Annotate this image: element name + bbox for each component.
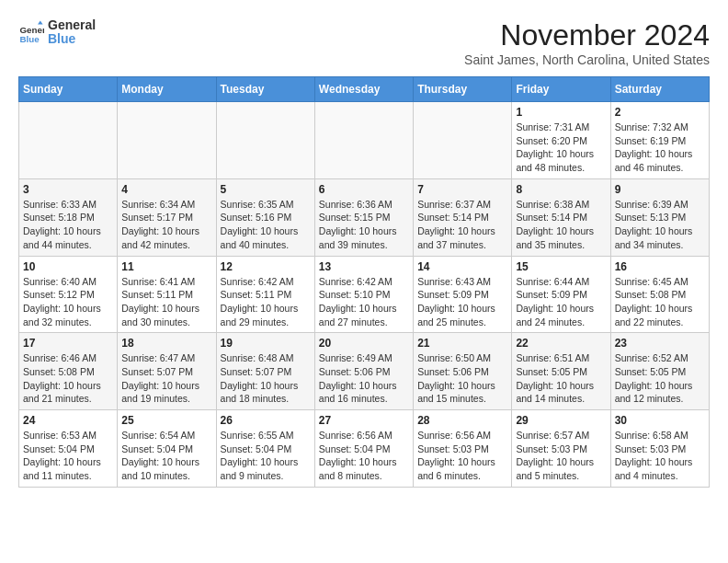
- day-info: Sunrise: 6:57 AM Sunset: 5:03 PM Dayligh…: [516, 429, 606, 483]
- calendar-cell: 25Sunrise: 6:54 AM Sunset: 5:04 PM Dayli…: [118, 410, 216, 488]
- day-info: Sunrise: 6:56 AM Sunset: 5:03 PM Dayligh…: [417, 429, 507, 483]
- day-number: 16: [615, 260, 705, 273]
- day-number: 4: [121, 183, 211, 196]
- weekday-header-thursday: Thursday: [414, 77, 512, 102]
- day-number: 29: [516, 414, 606, 427]
- day-info: Sunrise: 6:41 AM Sunset: 5:11 PM Dayligh…: [121, 275, 211, 329]
- weekday-header-row: SundayMondayTuesdayWednesdayThursdayFrid…: [19, 77, 710, 102]
- day-number: 28: [417, 414, 507, 427]
- day-info: Sunrise: 7:31 AM Sunset: 6:20 PM Dayligh…: [516, 121, 606, 175]
- day-number: 7: [417, 183, 507, 196]
- day-info: Sunrise: 6:46 AM Sunset: 5:08 PM Dayligh…: [23, 351, 113, 406]
- calendar-cell: [216, 102, 314, 179]
- weekday-header-monday: Monday: [118, 77, 216, 102]
- svg-marker-2: [38, 21, 43, 25]
- day-info: Sunrise: 6:52 AM Sunset: 5:05 PM Dayligh…: [615, 351, 705, 406]
- weekday-header-tuesday: Tuesday: [216, 77, 314, 102]
- calendar-cell: 15Sunrise: 6:44 AM Sunset: 5:09 PM Dayli…: [512, 256, 610, 333]
- weekday-header-sunday: Sunday: [19, 77, 118, 102]
- day-info: Sunrise: 6:36 AM Sunset: 5:15 PM Dayligh…: [319, 198, 409, 252]
- day-number: 17: [23, 337, 113, 350]
- calendar-cell: 11Sunrise: 6:41 AM Sunset: 5:11 PM Dayli…: [118, 256, 216, 333]
- calendar-cell: 18Sunrise: 6:47 AM Sunset: 5:07 PM Dayli…: [118, 333, 216, 410]
- calendar-row-0: 1Sunrise: 7:31 AM Sunset: 6:20 PM Daylig…: [19, 102, 710, 179]
- logo: General Blue General Blue: [18, 18, 96, 47]
- calendar-row-3: 17Sunrise: 6:46 AM Sunset: 5:08 PM Dayli…: [19, 333, 710, 410]
- calendar-cell: 16Sunrise: 6:45 AM Sunset: 5:08 PM Dayli…: [610, 256, 709, 333]
- day-number: 9: [615, 183, 705, 196]
- calendar-cell: 7Sunrise: 6:37 AM Sunset: 5:14 PM Daylig…: [414, 178, 512, 256]
- day-number: 1: [516, 106, 606, 119]
- calendar-table: SundayMondayTuesdayWednesdayThursdayFrid…: [18, 76, 710, 488]
- day-info: Sunrise: 6:48 AM Sunset: 5:07 PM Dayligh…: [221, 351, 311, 406]
- day-info: Sunrise: 6:34 AM Sunset: 5:17 PM Dayligh…: [121, 198, 211, 252]
- calendar-cell: 13Sunrise: 6:42 AM Sunset: 5:10 PM Dayli…: [314, 256, 413, 333]
- day-info: Sunrise: 6:40 AM Sunset: 5:12 PM Dayligh…: [23, 275, 113, 329]
- calendar-body: 1Sunrise: 7:31 AM Sunset: 6:20 PM Daylig…: [19, 102, 710, 488]
- calendar-row-1: 3Sunrise: 6:33 AM Sunset: 5:18 PM Daylig…: [19, 178, 710, 256]
- calendar-row-2: 10Sunrise: 6:40 AM Sunset: 5:12 PM Dayli…: [19, 256, 710, 333]
- calendar-cell: 6Sunrise: 6:36 AM Sunset: 5:15 PM Daylig…: [314, 178, 413, 256]
- calendar-cell: 4Sunrise: 6:34 AM Sunset: 5:17 PM Daylig…: [118, 178, 216, 256]
- calendar-cell: 2Sunrise: 7:32 AM Sunset: 6:19 PM Daylig…: [610, 102, 709, 179]
- day-info: Sunrise: 6:51 AM Sunset: 5:05 PM Dayligh…: [516, 351, 606, 406]
- day-number: 26: [221, 414, 311, 427]
- day-info: Sunrise: 6:42 AM Sunset: 5:11 PM Dayligh…: [221, 275, 311, 329]
- day-info: Sunrise: 6:58 AM Sunset: 5:03 PM Dayligh…: [615, 429, 705, 483]
- calendar-cell: 5Sunrise: 6:35 AM Sunset: 5:16 PM Daylig…: [216, 178, 314, 256]
- calendar-cell: 19Sunrise: 6:48 AM Sunset: 5:07 PM Dayli…: [216, 333, 314, 410]
- calendar-cell: 3Sunrise: 6:33 AM Sunset: 5:18 PM Daylig…: [19, 178, 118, 256]
- day-number: 11: [121, 260, 211, 273]
- page-header: General Blue General Blue November 2024 …: [18, 18, 710, 67]
- day-number: 13: [319, 260, 409, 273]
- day-number: 2: [615, 106, 705, 119]
- calendar-row-4: 24Sunrise: 6:53 AM Sunset: 5:04 PM Dayli…: [19, 410, 710, 488]
- day-number: 14: [417, 260, 507, 273]
- day-number: 22: [516, 337, 606, 350]
- day-number: 6: [319, 183, 409, 196]
- calendar-cell: 1Sunrise: 7:31 AM Sunset: 6:20 PM Daylig…: [512, 102, 610, 179]
- calendar-cell: 14Sunrise: 6:43 AM Sunset: 5:09 PM Dayli…: [414, 256, 512, 333]
- day-info: Sunrise: 6:54 AM Sunset: 5:04 PM Dayligh…: [121, 429, 211, 483]
- logo-text: General Blue: [48, 18, 96, 47]
- day-number: 25: [121, 414, 211, 427]
- calendar-cell: 27Sunrise: 6:56 AM Sunset: 5:04 PM Dayli…: [314, 410, 413, 488]
- title-area: November 2024 Saint James, North Carolin…: [464, 18, 710, 67]
- calendar-header: SundayMondayTuesdayWednesdayThursdayFrid…: [19, 77, 710, 102]
- day-info: Sunrise: 6:50 AM Sunset: 5:06 PM Dayligh…: [417, 351, 507, 406]
- day-info: Sunrise: 6:42 AM Sunset: 5:10 PM Dayligh…: [319, 275, 409, 329]
- calendar-cell: 21Sunrise: 6:50 AM Sunset: 5:06 PM Dayli…: [414, 333, 512, 410]
- day-number: 12: [221, 260, 311, 273]
- logo-general: General: [48, 18, 96, 32]
- weekday-header-wednesday: Wednesday: [314, 77, 413, 102]
- day-number: 19: [221, 337, 311, 350]
- day-info: Sunrise: 6:39 AM Sunset: 5:13 PM Dayligh…: [615, 198, 705, 252]
- calendar-cell: [19, 102, 118, 179]
- svg-text:Blue: Blue: [19, 34, 40, 44]
- calendar-cell: 8Sunrise: 6:38 AM Sunset: 5:14 PM Daylig…: [512, 178, 610, 256]
- logo-blue: Blue: [48, 32, 96, 46]
- logo-icon: General Blue: [18, 19, 44, 45]
- calendar-cell: 29Sunrise: 6:57 AM Sunset: 5:03 PM Dayli…: [512, 410, 610, 488]
- calendar-cell: 30Sunrise: 6:58 AM Sunset: 5:03 PM Dayli…: [610, 410, 709, 488]
- calendar-cell: 28Sunrise: 6:56 AM Sunset: 5:03 PM Dayli…: [414, 410, 512, 488]
- calendar-cell: 24Sunrise: 6:53 AM Sunset: 5:04 PM Dayli…: [19, 410, 118, 488]
- day-info: Sunrise: 6:33 AM Sunset: 5:18 PM Dayligh…: [23, 198, 113, 252]
- day-info: Sunrise: 6:44 AM Sunset: 5:09 PM Dayligh…: [516, 275, 606, 329]
- calendar-cell: 26Sunrise: 6:55 AM Sunset: 5:04 PM Dayli…: [216, 410, 314, 488]
- month-title: November 2024: [464, 18, 710, 52]
- day-number: 3: [23, 183, 113, 196]
- day-info: Sunrise: 6:55 AM Sunset: 5:04 PM Dayligh…: [221, 429, 311, 483]
- day-info: Sunrise: 6:37 AM Sunset: 5:14 PM Dayligh…: [417, 198, 507, 252]
- calendar-cell: [414, 102, 512, 179]
- day-info: Sunrise: 6:35 AM Sunset: 5:16 PM Dayligh…: [221, 198, 311, 252]
- location-title: Saint James, North Carolina, United Stat…: [464, 52, 710, 67]
- calendar-cell: 23Sunrise: 6:52 AM Sunset: 5:05 PM Dayli…: [610, 333, 709, 410]
- calendar-cell: 9Sunrise: 6:39 AM Sunset: 5:13 PM Daylig…: [610, 178, 709, 256]
- day-number: 21: [417, 337, 507, 350]
- day-number: 10: [23, 260, 113, 273]
- day-number: 8: [516, 183, 606, 196]
- calendar-cell: [314, 102, 413, 179]
- day-number: 23: [615, 337, 705, 350]
- calendar-cell: 17Sunrise: 6:46 AM Sunset: 5:08 PM Dayli…: [19, 333, 118, 410]
